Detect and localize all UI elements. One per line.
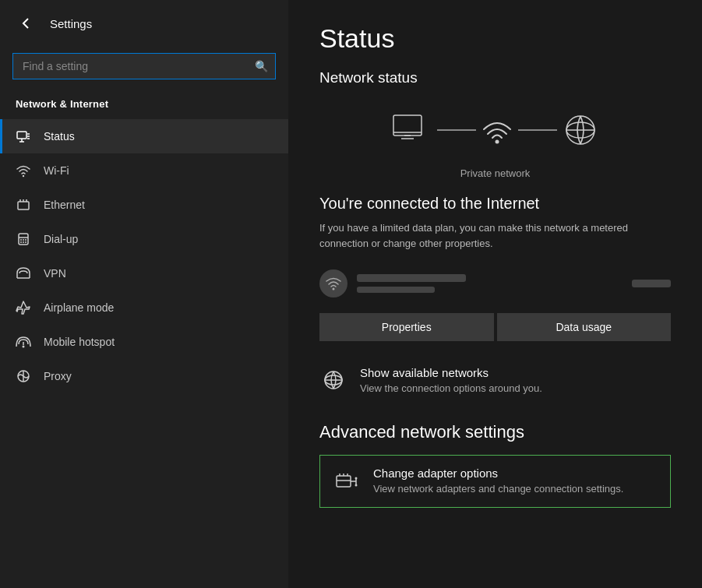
main-content: Status Network status: [288, 0, 702, 588]
sidebar-item-wifi[interactable]: Wi-Fi: [0, 153, 288, 188]
svg-point-19: [23, 346, 25, 348]
sidebar-item-status-label: Status: [44, 130, 75, 143]
connected-desc: If you have a limited data plan, you can…: [319, 220, 671, 251]
network-label: Private network: [319, 167, 671, 179]
sidebar-header: Settings: [0, 0, 288, 47]
sidebar-item-hotspot-label: Mobile hotspot: [44, 336, 115, 348]
svg-point-40: [355, 477, 358, 480]
network-data-bar: [632, 280, 671, 287]
action-buttons: Properties Data usage: [319, 313, 671, 341]
ethernet-icon: [16, 197, 31, 213]
sidebar-item-vpn-label: VPN: [44, 267, 66, 280]
adapter-text: Change adapter options View network adap…: [373, 467, 623, 495]
sidebar-item-wifi-label: Wi-Fi: [44, 164, 69, 177]
sidebar-item-status[interactable]: Status: [0, 119, 288, 153]
sidebar-item-hotspot[interactable]: Mobile hotspot: [0, 325, 288, 359]
wifi-icon: [16, 163, 31, 178]
show-networks-desc: View the connection options around you.: [360, 382, 542, 394]
svg-point-11: [23, 239, 24, 241]
dialup-icon: [16, 231, 31, 247]
proxy-icon: [16, 368, 31, 384]
sidebar: Settings 🔍 Network & Internet Status: [0, 0, 288, 588]
sidebar-item-proxy[interactable]: Proxy: [0, 359, 288, 393]
svg-point-14: [23, 241, 24, 243]
network-info-bar: [319, 266, 671, 301]
network-sub-bar: [357, 287, 435, 293]
advanced-heading: Advanced network settings: [319, 422, 671, 442]
back-button[interactable]: [16, 12, 37, 34]
svg-point-3: [23, 175, 24, 177]
show-networks-icon: [319, 366, 347, 394]
network-status-heading: Network status: [319, 69, 671, 86]
diagram-wifi-icon: [479, 112, 515, 148]
svg-rect-0: [17, 132, 26, 139]
svg-point-12: [25, 239, 26, 241]
net-line-2: [518, 129, 557, 131]
svg-point-13: [20, 241, 22, 243]
svg-point-27: [495, 140, 499, 144]
vpn-icon: [16, 266, 31, 281]
show-networks-text: Show available networks View the connect…: [360, 366, 542, 394]
sidebar-item-vpn[interactable]: VPN: [0, 256, 288, 290]
adapter-icon: [333, 468, 361, 496]
computer-icon: [390, 112, 434, 148]
sidebar-item-dialup-label: Dial-up: [44, 233, 78, 245]
search-icon: 🔍: [255, 60, 268, 72]
status-icon: [16, 129, 31, 144]
sidebar-item-ethernet-label: Ethernet: [44, 199, 85, 211]
hotspot-icon: [16, 334, 31, 350]
page-title: Status: [319, 23, 671, 54]
svg-rect-33: [337, 476, 351, 487]
change-adapter-card[interactable]: Change adapter options View network adap…: [319, 455, 671, 508]
show-networks-title: Show available networks: [360, 366, 542, 379]
data-usage-button[interactable]: Data usage: [497, 313, 672, 341]
globe-icon: [560, 110, 601, 150]
show-networks-row[interactable]: Show available networks View the connect…: [319, 360, 671, 400]
sidebar-item-ethernet[interactable]: Ethernet: [0, 188, 288, 222]
svg-point-30: [333, 288, 335, 290]
network-diagram: [319, 102, 671, 158]
sidebar-item-proxy-label: Proxy: [44, 370, 72, 382]
sidebar-item-airplane-label: Airplane mode: [44, 301, 114, 314]
net-line-1: [437, 129, 476, 131]
network-avatar: [319, 269, 347, 298]
sidebar-item-airplane[interactable]: Airplane mode: [0, 290, 288, 325]
svg-point-41: [355, 484, 358, 487]
svg-point-10: [20, 239, 22, 241]
search-input[interactable]: [12, 53, 276, 79]
search-box: 🔍: [12, 53, 276, 79]
svg-rect-4: [18, 202, 29, 209]
adapter-desc: View network adapters and change connect…: [373, 483, 623, 495]
network-info-left: [319, 269, 466, 298]
adapter-title: Change adapter options: [373, 467, 623, 480]
network-name-block: [357, 274, 466, 293]
network-name-bar: [357, 274, 466, 282]
sidebar-item-dialup[interactable]: Dial-up: [0, 222, 288, 256]
properties-button[interactable]: Properties: [319, 313, 494, 341]
svg-point-15: [25, 241, 26, 243]
airplane-icon: [16, 300, 31, 315]
connected-heading: You're connected to the Internet: [319, 195, 671, 213]
section-label: Network & Internet: [0, 92, 288, 119]
sidebar-title: Settings: [50, 17, 92, 30]
